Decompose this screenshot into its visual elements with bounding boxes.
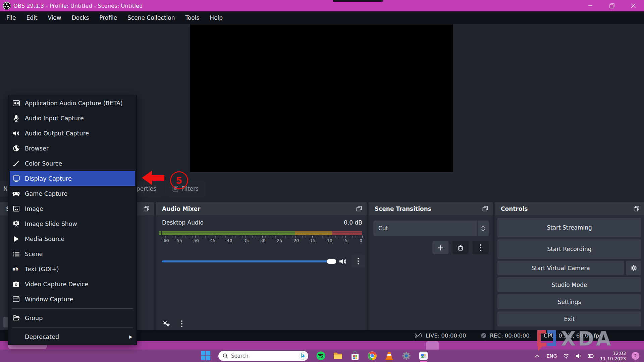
- tray-clock[interactable]: 12:03 11.10.2023: [600, 351, 626, 361]
- menu-item-audio-output-capture[interactable]: Audio Output Capture: [8, 126, 137, 141]
- menubar-item-view[interactable]: View: [48, 14, 61, 21]
- start-streaming-button[interactable]: Start Streaming: [497, 218, 641, 237]
- menu-item-group[interactable]: Group: [8, 310, 137, 325]
- virtual-camera-settings-button[interactable]: [626, 261, 641, 275]
- mixer-menu-button[interactable]: [178, 320, 185, 327]
- image-icon: [12, 205, 20, 213]
- no-icon: [12, 333, 20, 341]
- wifi-icon[interactable]: [563, 353, 570, 359]
- settings-button[interactable]: Settings: [497, 294, 641, 309]
- tray-time: 12:03: [600, 351, 626, 356]
- menu-item-label: Application Audio Capture (BETA): [25, 100, 123, 107]
- vlc-icon[interactable]: [385, 351, 394, 360]
- meter-tick-label: -15: [309, 238, 316, 243]
- scene-transitions-dock: Scene Transitions Cut: [369, 202, 493, 330]
- menu-item-image[interactable]: Image: [8, 201, 137, 216]
- restore-button[interactable]: [601, 0, 623, 11]
- menu-item-game-capture[interactable]: Game Capture: [8, 186, 137, 201]
- transition-selected-value: Cut: [373, 225, 477, 232]
- menu-item-video-capture-device[interactable]: Video Capture Device: [8, 277, 137, 292]
- folder-icon: [12, 314, 20, 322]
- taskbar-search[interactable]: Search: [218, 351, 308, 361]
- transition-select-spinner[interactable]: [477, 221, 489, 236]
- monitor-icon: [12, 175, 20, 182]
- volume-slider[interactable]: [162, 260, 335, 262]
- start-button[interactable]: [201, 351, 210, 360]
- transition-properties-button[interactable]: [473, 241, 489, 254]
- menu-item-label: Deprecated: [25, 334, 59, 340]
- mute-speaker-icon[interactable]: [339, 257, 347, 265]
- transition-select[interactable]: Cut: [373, 221, 489, 236]
- menubar-item-docks[interactable]: Docks: [72, 14, 89, 21]
- menu-item-display-capture[interactable]: Display Capture: [10, 171, 135, 186]
- obs-logo-icon: [3, 2, 11, 10]
- menubar-item-profile[interactable]: Profile: [99, 14, 117, 21]
- menu-separator: [8, 307, 137, 310]
- menu-item-audio-input-capture[interactable]: Audio Input Capture: [8, 111, 137, 126]
- meter-tick-label: -35: [242, 238, 249, 243]
- ms-store-icon[interactable]: [351, 351, 360, 360]
- tray-chevron-up-icon[interactable]: [534, 353, 541, 359]
- meter-tick-label: -40: [225, 238, 232, 243]
- stream-status-icon: [414, 332, 423, 339]
- menu-item-label: Image Slide Show: [25, 221, 77, 227]
- meter-tick-label: -50: [192, 238, 199, 243]
- annotation-arrow: [142, 171, 164, 186]
- menu-item-image-slide-show[interactable]: Image Slide Show: [8, 216, 137, 231]
- menu-item-label: Browser: [25, 145, 49, 152]
- menu-item-label: Audio Input Capture: [25, 115, 84, 122]
- popout-icon[interactable]: [356, 206, 362, 212]
- popout-icon[interactable]: [144, 206, 149, 212]
- add-transition-button[interactable]: [432, 241, 448, 254]
- menu-item-browser[interactable]: Browser: [8, 141, 137, 156]
- meter-tick-label: -30: [259, 238, 265, 243]
- rec-timer: REC: 00:00:00: [490, 333, 530, 339]
- controls-title: Controls: [501, 205, 634, 212]
- list-icon: [12, 250, 20, 258]
- notification-badge[interactable]: 2: [632, 352, 639, 360]
- file-explorer-icon[interactable]: [333, 351, 342, 360]
- battery-icon[interactable]: [588, 353, 594, 359]
- tray-date: 11.10.2023: [600, 356, 626, 361]
- menu-item-window-capture[interactable]: Window Capture: [8, 292, 137, 307]
- popout-icon[interactable]: [634, 206, 639, 212]
- menu-item-application-audio-capture-beta[interactable]: Application Audio Capture (BETA): [8, 96, 137, 111]
- live-timer: LIVE: 00:00:00: [426, 333, 466, 339]
- exit-button[interactable]: Exit: [497, 311, 641, 326]
- volume-icon[interactable]: [575, 353, 582, 359]
- menubar-item-file[interactable]: File: [6, 14, 16, 21]
- menubar-item-help[interactable]: Help: [210, 14, 223, 21]
- menu-item-label: Display Capture: [25, 175, 72, 182]
- spotify-icon[interactable]: [316, 351, 325, 360]
- studio-mode-button[interactable]: Studio Mode: [497, 277, 641, 292]
- remove-transition-button[interactable]: [452, 241, 469, 254]
- mixer-db-value: 0.0 dB: [344, 219, 362, 226]
- video-preview[interactable]: [190, 24, 453, 172]
- mixer-source-menu-button[interactable]: [352, 254, 365, 268]
- start-virtual-camera-button[interactable]: Start Virtual Camera: [497, 261, 624, 275]
- menu-item-label: Color Source: [25, 160, 62, 167]
- tray-language[interactable]: ENG: [546, 353, 557, 359]
- start-recording-button[interactable]: Start Recording: [497, 239, 641, 259]
- advanced-audio-icon[interactable]: [162, 320, 171, 327]
- meter-tick-label: -55: [175, 238, 182, 243]
- menubar-item-scene-collection[interactable]: Scene Collection: [127, 14, 175, 21]
- slideshow-icon: [12, 220, 20, 228]
- menu-item-label: Group: [25, 315, 43, 321]
- menu-item-media-source[interactable]: Media Source: [8, 231, 137, 246]
- menubar-item-edit[interactable]: Edit: [26, 14, 37, 21]
- app-audio-icon: [12, 100, 20, 107]
- popout-icon[interactable]: [482, 206, 488, 212]
- menu-item-text-gdi[interactable]: abText (GDI+): [8, 261, 137, 277]
- volume-slider-handle[interactable]: [327, 259, 336, 264]
- settings-gear-icon[interactable]: [402, 351, 411, 360]
- meter-tick-label: -45: [209, 238, 215, 243]
- menu-item-deprecated[interactable]: Deprecated▶: [8, 329, 137, 344]
- menu-item-color-source[interactable]: Color Source: [8, 156, 137, 171]
- minimize-button[interactable]: [580, 0, 601, 11]
- chrome-icon[interactable]: [368, 351, 377, 360]
- close-button[interactable]: [623, 0, 644, 11]
- menubar-item-tools[interactable]: Tools: [185, 14, 199, 21]
- menu-item-scene[interactable]: Scene: [8, 246, 137, 261]
- active-app-icon[interactable]: [419, 351, 428, 360]
